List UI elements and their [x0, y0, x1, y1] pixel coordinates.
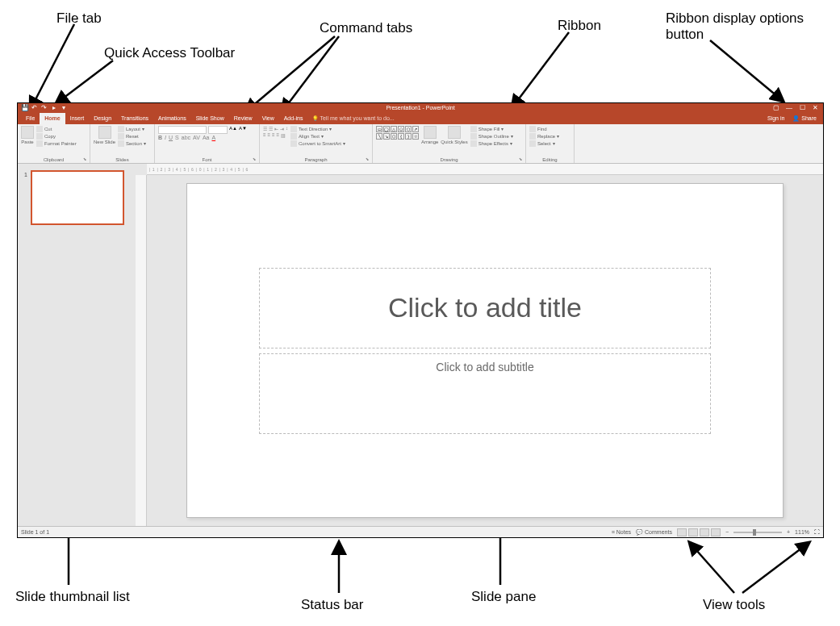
tab-home[interactable]: Home: [40, 113, 65, 124]
tell-me-input[interactable]: Tell me what you want to do...: [312, 115, 394, 121]
align-right-button[interactable]: ≡: [272, 132, 275, 138]
slideshow-view-button[interactable]: [711, 528, 721, 536]
zoom-slider[interactable]: [733, 532, 782, 533]
replace-button[interactable]: Replace ▾: [529, 133, 559, 140]
convert-smartart-button[interactable]: Convert to SmartArt ▾: [290, 140, 345, 147]
title-placeholder[interactable]: Click to add title: [259, 268, 711, 348]
redo-icon[interactable]: ↷: [40, 104, 48, 111]
font-family-dropdown[interactable]: [158, 126, 207, 134]
shape-effects-button[interactable]: Shape Effects ▾: [470, 140, 513, 147]
start-from-beginning-icon[interactable]: ▸: [50, 104, 57, 111]
align-text-button[interactable]: Align Text ▾: [290, 133, 345, 140]
underline-button[interactable]: U: [169, 135, 173, 140]
numbering-button[interactable]: ☰: [269, 126, 273, 131]
copy-button[interactable]: Copy: [36, 133, 77, 140]
tab-insert[interactable]: Insert: [65, 113, 90, 124]
shapes-gallery[interactable]: ▭◯△⬠⬡↗ ╲↘⬡{}☆: [376, 126, 419, 140]
section-button[interactable]: Section ▾: [118, 140, 146, 147]
change-case-button[interactable]: Aa: [203, 135, 210, 140]
align-left-button[interactable]: ≡: [263, 132, 266, 138]
slide-canvas[interactable]: Click to add title Click to add subtitle: [186, 183, 784, 518]
slide-thumbnail-list: 1: [18, 164, 131, 526]
decrease-indent-button[interactable]: ⇤: [274, 126, 278, 131]
share-button[interactable]: 👤 Share: [789, 115, 820, 122]
strikethrough-button[interactable]: S: [175, 135, 179, 140]
find-icon: [529, 126, 536, 132]
arrow-ribbon: [504, 28, 585, 113]
clipboard-launcher[interactable]: ⬊: [83, 156, 88, 161]
tab-addins[interactable]: Add-ins: [279, 113, 308, 124]
group-font: A▲ A▼ B I U S abc AV Aa A Font: [155, 124, 260, 163]
sorter-view-button[interactable]: [688, 528, 698, 536]
fit-to-window-button[interactable]: ⛶: [814, 529, 820, 535]
char-spacing-button[interactable]: AV: [193, 135, 200, 140]
save-icon[interactable]: 💾: [21, 104, 28, 111]
find-button[interactable]: Find: [529, 126, 559, 132]
zoom-out-button[interactable]: −: [725, 529, 729, 535]
paragraph-launcher[interactable]: ⬊: [366, 156, 370, 161]
tab-view[interactable]: View: [257, 113, 279, 124]
reset-button[interactable]: Reset: [118, 133, 146, 140]
columns-button[interactable]: ▥: [281, 132, 286, 138]
normal-view-button[interactable]: [677, 528, 687, 536]
line-spacing-button[interactable]: ↕: [286, 126, 288, 131]
group-slides: New Slide Layout ▾ Reset Section ▾ Slide…: [90, 124, 155, 163]
tab-review[interactable]: Review: [229, 113, 257, 124]
font-launcher[interactable]: ⬊: [253, 156, 257, 161]
reading-view-button[interactable]: [700, 528, 709, 536]
arrow-ribbon-opts: [702, 36, 791, 105]
ribbon-display-options-icon[interactable]: ▢: [771, 104, 781, 111]
new-slide-button[interactable]: New Slide: [94, 126, 115, 144]
select-button[interactable]: Select ▾: [529, 140, 559, 147]
zoom-percent[interactable]: 111%: [795, 529, 809, 535]
font-size-dropdown[interactable]: [208, 126, 228, 134]
signin-link[interactable]: Sign in: [767, 115, 784, 121]
window-controls: ▢ — ☐ ✕: [771, 104, 820, 111]
bold-button[interactable]: B: [158, 135, 162, 140]
format-painter-button[interactable]: Format Painter: [36, 140, 77, 147]
maximize-icon[interactable]: ☐: [797, 104, 807, 111]
paste-button[interactable]: Paste: [21, 126, 34, 144]
subtitle-placeholder[interactable]: Click to add subtitle: [259, 353, 711, 434]
increase-indent-button[interactable]: ⇥: [280, 126, 284, 131]
tab-slideshow[interactable]: Slide Show: [191, 113, 229, 124]
text-direction-icon: [290, 126, 297, 132]
tab-animations[interactable]: Animations: [153, 113, 191, 124]
close-icon[interactable]: ✕: [810, 104, 820, 111]
justify-button[interactable]: ≡: [277, 132, 280, 138]
undo-icon[interactable]: ↶: [31, 104, 38, 111]
align-center-button[interactable]: ≡: [268, 132, 271, 138]
svg-line-5: [710, 40, 783, 101]
view-buttons: [677, 528, 721, 536]
shape-fill-button[interactable]: Shape Fill ▾: [470, 126, 513, 132]
tab-file[interactable]: File: [21, 113, 40, 124]
shape-outline-button[interactable]: Shape Outline ▾: [470, 133, 513, 140]
text-direction-button[interactable]: Text Direction ▾: [290, 126, 345, 132]
svg-line-13: [742, 543, 809, 593]
zoom-in-button[interactable]: +: [787, 529, 790, 535]
quick-styles-button[interactable]: Quick Styles: [441, 126, 467, 144]
comments-button[interactable]: 💬 Comments: [636, 529, 672, 536]
tab-design[interactable]: Design: [89, 113, 116, 124]
minimize-icon[interactable]: —: [784, 104, 794, 111]
tab-transitions[interactable]: Transitions: [116, 113, 153, 124]
paste-label: Paste: [21, 140, 33, 144]
italic-button[interactable]: I: [165, 135, 166, 140]
qat-customize-icon[interactable]: ▾: [60, 104, 67, 111]
slide-thumbnail[interactable]: [31, 170, 124, 225]
shadow-button[interactable]: abc: [182, 135, 190, 140]
arrange-icon: [424, 126, 437, 139]
drawing-launcher[interactable]: ⬊: [519, 156, 524, 161]
layout-button[interactable]: Layout ▾: [118, 126, 146, 132]
font-color-button[interactable]: A: [211, 135, 215, 140]
grow-font-button[interactable]: A▲: [229, 126, 237, 134]
cut-button[interactable]: Cut: [36, 126, 77, 132]
shape-effects-icon: [470, 140, 477, 147]
select-icon: [529, 140, 536, 147]
format-painter-icon: [36, 140, 43, 147]
arrange-button[interactable]: Arrange: [421, 126, 438, 144]
shrink-font-button[interactable]: A▼: [239, 126, 247, 134]
notes-button[interactable]: ≡ Notes: [612, 529, 631, 535]
zoom-handle[interactable]: [753, 529, 756, 536]
bullets-button[interactable]: ☰: [263, 126, 267, 131]
